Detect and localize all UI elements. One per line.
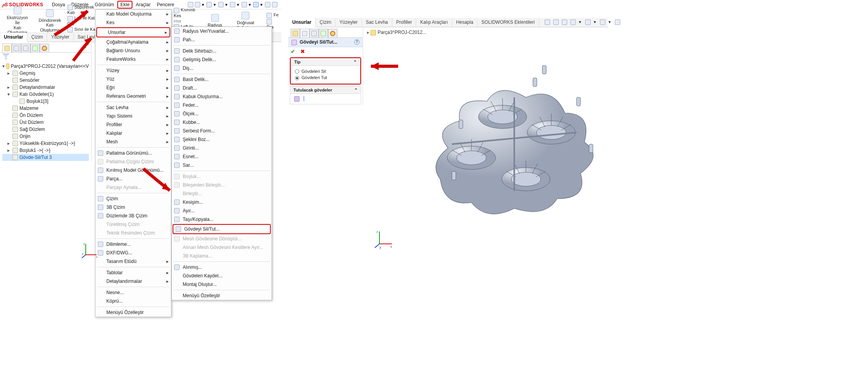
tree-item[interactable]: Sağ Düzlem	[2, 126, 89, 133]
menu-item[interactable]: Diş...	[172, 64, 272, 72]
menu-item[interactable]: Gelişmiş Delik...	[172, 55, 272, 64]
tree-root[interactable]: ▾ Parça3^PROJ-C2012 (Varsayılan<<V	[2, 63, 89, 70]
btn-swept-cut[interactable]: Kıvrımlı Kes	[174, 7, 203, 18]
menu-item[interactable]: Tasarım Etüdü▸	[95, 257, 171, 266]
rtab-eklenti[interactable]: SOLIDWORKS Eklentileri	[478, 18, 539, 27]
menu-item[interactable]: Eğri▸	[95, 83, 171, 92]
print-icon[interactable]	[230, 2, 235, 7]
menu-ekle[interactable]: Ekle	[117, 1, 132, 9]
rtab-kalip[interactable]: Kalıp Araçları	[416, 18, 452, 27]
menu-item[interactable]: Delik Sihirbazı...	[172, 47, 272, 55]
rtab-yuzeyler[interactable]: Yüzeyler	[335, 18, 362, 27]
tree-item[interactable]: Orijin	[2, 133, 89, 140]
mgr-tab-display[interactable]	[40, 44, 49, 52]
zoomfit-icon[interactable]	[553, 19, 559, 25]
menu-item[interactable]: Çizim	[95, 194, 171, 203]
menu-item[interactable]: Mesh▸	[95, 138, 171, 146]
menu-item[interactable]: Yüzey▸	[95, 66, 171, 75]
tab-cizim[interactable]: Çizim	[27, 33, 47, 42]
rtab-unsurlar[interactable]: Unsurlar	[288, 18, 316, 27]
menu-item[interactable]: Basit Delik...	[172, 75, 272, 84]
menu-item[interactable]: Parça...	[95, 175, 171, 183]
cancel-button[interactable]: ✖	[300, 48, 305, 55]
menu-item[interactable]: Taşı/Kopyala...	[172, 215, 272, 224]
menu-item[interactable]: Şeklini Boz...	[172, 135, 272, 144]
menu-item[interactable]: Menüyü Özelleştir	[172, 291, 272, 300]
menu-item[interactable]: Köprü...	[95, 297, 171, 305]
menu-item[interactable]: Kalıplar▸	[95, 129, 171, 138]
pm-tab-dim[interactable]	[319, 29, 328, 37]
menu-item[interactable]: Çoğaltma/Aynalama▸	[95, 38, 171, 46]
tree-item[interactable]: Ön Düzlem	[2, 112, 89, 119]
help-icon[interactable]: ?	[354, 39, 360, 45]
menu-item[interactable]: Detaylandırmalar▸	[95, 277, 171, 286]
menu-item[interactable]: Kırılmış Model Görünümü...	[95, 166, 171, 175]
mgr-tab-property[interactable]	[12, 44, 21, 52]
menu-item[interactable]: Profiller▸	[95, 120, 171, 129]
zoom-icon[interactable]	[545, 19, 550, 25]
hide-icon[interactable]	[615, 19, 620, 25]
rtab-profiller[interactable]: Profiller	[392, 18, 416, 27]
model-view[interactable]	[413, 55, 608, 234]
menu-item[interactable]: Düzlemde 3B Çizim	[95, 212, 171, 220]
menu-item[interactable]: Kabuk Oluşturma...	[172, 92, 272, 101]
menu-item[interactable]: Pah...	[172, 35, 272, 44]
menu-item[interactable]: Esnet...	[172, 152, 272, 161]
menu-item[interactable]: Tablolar▸	[95, 268, 171, 277]
menu-item[interactable]: 3B Çizim	[95, 203, 171, 212]
tree-item[interactable]: ▸Boşluk1 ->{ ->}	[2, 147, 89, 154]
menu-item[interactable]: Feder...	[172, 101, 272, 109]
menu-item[interactable]: Kubbe...	[172, 118, 272, 127]
mgr-tab-dim[interactable]	[30, 44, 40, 52]
menu-araclar[interactable]: Araçlar	[132, 1, 153, 9]
pm-tab-property[interactable]	[300, 29, 309, 37]
mgr-expand[interactable]: ▸	[82, 44, 89, 52]
rtab-saclevha[interactable]: Sac Levha	[362, 18, 392, 27]
tree-item[interactable]: ▸Detaylandırmalar	[2, 84, 89, 91]
btn-rme[interactable]: rme	[174, 19, 203, 23]
menu-item[interactable]: Dilimleme...	[95, 240, 171, 249]
menu-item[interactable]: Ayır...	[172, 206, 272, 215]
gear-icon[interactable]	[265, 2, 270, 7]
breadcrumb[interactable]: ▸ Parça3^PROJ-C2012...	[367, 30, 426, 35]
tree-item[interactable]: Sensörler	[2, 77, 89, 84]
selection-field[interactable]	[303, 96, 304, 101]
opt-keep-bodies[interactable]: Gövdeleri Tut	[295, 74, 356, 81]
new-icon[interactable]	[195, 2, 200, 7]
filter-row[interactable]	[0, 53, 91, 61]
pm-tab-feature[interactable]	[291, 29, 300, 37]
home-icon[interactable]	[188, 2, 193, 7]
select-icon[interactable]	[253, 2, 259, 7]
tree-item[interactable]: Gövde-Sil/Tut 3	[2, 154, 89, 161]
displaystyle-icon[interactable]	[585, 19, 591, 25]
btn-extrude-boss[interactable]: Ekstrüzyon İle Katı Oluşturma	[2, 6, 32, 36]
menu-item[interactable]: Kesişim...	[172, 198, 272, 206]
tree-item[interactable]: ▸Geçmiş	[2, 70, 89, 77]
menu-item[interactable]: Nesne...	[95, 288, 171, 297]
pm-tab-config[interactable]	[309, 29, 319, 37]
undo-icon[interactable]	[242, 2, 247, 7]
ok-button[interactable]: ✔	[291, 48, 295, 55]
menu-dosya[interactable]: Dosya	[49, 1, 68, 9]
tab-unsurlar[interactable]: Unsurlar	[0, 33, 27, 42]
scene-icon[interactable]	[600, 19, 605, 25]
menu-item[interactable]: Gövdeleri Kaydet...	[172, 272, 272, 280]
sectionview-icon[interactable]	[562, 19, 567, 25]
tree-item[interactable]: ▾Katı Gövdeler(1)	[2, 91, 89, 98]
menu-item[interactable]: Referans Geometri▸	[95, 92, 171, 101]
tab-yuzeyler[interactable]: Yüzeyler	[47, 33, 74, 42]
menu-item[interactable]: Serbest Form...	[172, 127, 272, 135]
menu-item[interactable]: Patlatma Görünümü...	[95, 149, 171, 157]
btn-revolve-boss[interactable]: Döndürerek Katı Oluşturma	[35, 9, 65, 34]
menu-item[interactable]: Menüyü Özelleştir	[95, 308, 171, 317]
rtab-hesapla[interactable]: Hesapla	[452, 18, 478, 27]
menu-item[interactable]: Gövdeyi Sil/Tut...	[173, 225, 270, 233]
tree-item[interactable]: Boşluk1[3]	[2, 98, 89, 105]
opt-icon[interactable]	[272, 2, 277, 7]
menu-item[interactable]: Yüz▸	[95, 75, 171, 83]
menu-item[interactable]: Katı Model Oluşturma▸	[95, 10, 171, 18]
menu-item[interactable]: Radyus Ver/Yuvarlat...	[172, 27, 272, 35]
menu-item[interactable]: Yapı Sistemi▸	[95, 112, 171, 120]
menu-item[interactable]: Unsurlar▸	[97, 28, 169, 37]
tree-item[interactable]: ▸Yükseklik-Ekstrüzyon1{ ->}	[2, 140, 89, 147]
